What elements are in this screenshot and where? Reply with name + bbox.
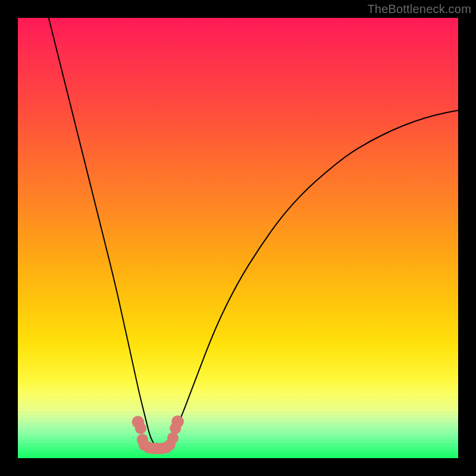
bottleneck-curve bbox=[49, 18, 458, 447]
chart-frame: TheBottleneck.com bbox=[0, 0, 476, 476]
marker-dot bbox=[167, 432, 178, 443]
marker-dot bbox=[171, 415, 184, 428]
marker-dot bbox=[135, 422, 146, 434]
plot-area bbox=[18, 18, 458, 458]
minimum-markers bbox=[132, 415, 184, 454]
watermark-text: TheBottleneck.com bbox=[367, 2, 471, 16]
curve-layer bbox=[18, 18, 458, 458]
